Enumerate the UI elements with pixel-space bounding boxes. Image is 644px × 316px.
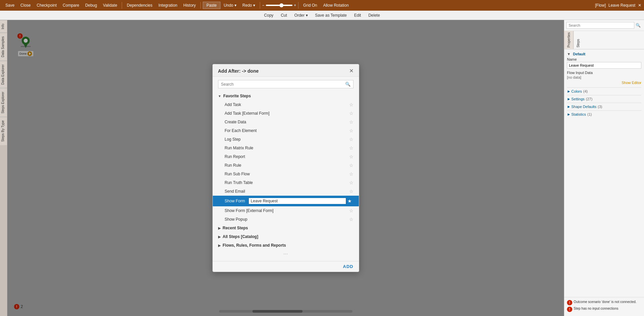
step-item-show-popup[interactable]: Show Popup ☆ <box>213 215 359 224</box>
step-item-label: Run Rule <box>225 163 347 168</box>
compare-button[interactable]: Compare <box>60 2 82 9</box>
step-item-label: Add Task [External Form] <box>225 111 347 116</box>
star-icon[interactable]: ☆ <box>349 145 354 151</box>
save-button[interactable]: Save <box>3 2 17 9</box>
all-steps-group-header[interactable]: ▶ All Steps [Catalog] <box>213 232 359 241</box>
step-item-run-matrix-rule[interactable]: Run Matrix Rule ☆ <box>213 144 359 152</box>
toolbar-close-x[interactable]: ✕ <box>638 3 641 8</box>
step-item-for-each[interactable]: For Each Element ☆ <box>213 126 359 135</box>
separator-2 <box>200 2 201 9</box>
tab-steps[interactable]: Steps <box>574 31 583 49</box>
save-as-template-button[interactable]: Save as Template <box>312 12 350 19</box>
zoom-minus-icon[interactable]: − <box>262 3 264 8</box>
more-indicator: ··· <box>213 250 359 258</box>
order-button[interactable]: Order ▾ <box>291 12 311 19</box>
star-filled-button[interactable]: ★ <box>346 197 354 205</box>
modal-close-button[interactable]: ✕ <box>349 68 354 74</box>
add-button[interactable]: ADD <box>343 264 353 269</box>
grid-on-button[interactable]: Grid On <box>300 2 320 9</box>
sidebar-item-data-explorer[interactable]: Data Explorer <box>0 61 7 88</box>
zoom-plus-icon[interactable]: + <box>294 3 296 8</box>
settings-label: Settings <box>571 97 585 101</box>
star-icon[interactable]: ☆ <box>349 180 354 185</box>
copy-button[interactable]: Copy <box>261 12 277 19</box>
zoom-slider[interactable] <box>266 5 292 6</box>
show-form-input[interactable] <box>248 198 346 204</box>
right-search-button[interactable]: 🔍 <box>634 22 642 28</box>
undo-button[interactable]: Undo ▾ <box>221 2 239 9</box>
validate-button[interactable]: Validate <box>100 2 120 9</box>
sidebar-item-steps-explorer[interactable]: Steps Explorer <box>0 88 7 117</box>
redo-button[interactable]: Redo ▾ <box>240 2 258 9</box>
sidebar-item-data-samples[interactable]: Data Samples <box>0 33 7 61</box>
star-icon[interactable]: ☆ <box>349 119 354 125</box>
paste-button[interactable]: Paste <box>203 2 220 9</box>
delete-button[interactable]: Delete <box>365 12 383 19</box>
star-icon[interactable]: ☆ <box>349 137 354 142</box>
shape-defaults-row[interactable]: ▶ Shape Defaults (3) <box>567 103 641 110</box>
step-item-send-email[interactable]: Send Email ☆ <box>213 187 359 196</box>
history-button[interactable]: History <box>181 2 198 9</box>
search-icon: 🔍 <box>345 82 351 87</box>
favorite-steps-arrow: ▼ <box>218 94 221 98</box>
statistics-row[interactable]: ▶ Statistics (1) <box>567 110 641 118</box>
star-icon[interactable]: ☆ <box>349 128 354 133</box>
zoom-control: − + <box>262 3 296 8</box>
favorite-steps-group-header[interactable]: ▼ Favorite Steps <box>213 92 359 100</box>
edit-button[interactable]: Edit <box>351 12 365 19</box>
checkpoint-button[interactable]: Checkpoint <box>34 2 59 9</box>
step-item-run-truth-table[interactable]: Run Truth Table ☆ <box>213 178 359 187</box>
modal-search-row: 🔍 <box>213 77 359 92</box>
step-item-run-report[interactable]: Run Report ☆ <box>213 152 359 161</box>
step-item-run-sub-flow[interactable]: Run Sub Flow ☆ <box>213 170 359 178</box>
separator-1 <box>122 2 122 9</box>
add-after-modal: Add After: -> done ✕ 🔍 ▼ Favorite Steps <box>212 64 359 272</box>
cut-button[interactable]: Cut <box>277 12 290 19</box>
debug-button[interactable]: Debug <box>82 2 99 9</box>
star-icon[interactable]: ☆ <box>349 163 354 168</box>
right-panel-search-row: 🔍 <box>564 20 644 31</box>
close-button[interactable]: Close <box>18 2 33 9</box>
step-item-create-data[interactable]: Create Data ☆ <box>213 118 359 126</box>
recent-steps-group-header[interactable]: ▶ Recent Steps <box>213 224 359 232</box>
right-search-input[interactable] <box>566 22 634 29</box>
star-icon[interactable]: ☆ <box>349 189 354 194</box>
show-editor-link[interactable]: Show Editor <box>567 81 641 85</box>
allow-rotation-button[interactable]: Allow Rotation <box>320 2 352 9</box>
step-item-label: Send Email <box>225 189 347 194</box>
star-icon[interactable]: ☆ <box>349 111 354 116</box>
sidebar-item-steps-by-type[interactable]: Steps By Type <box>0 117 7 145</box>
star-icon[interactable]: ☆ <box>349 102 354 107</box>
flow-input-data-label: Flow Input Data <box>567 71 641 75</box>
step-item-show-form-external[interactable]: Show Form [External Form] ☆ <box>213 206 359 215</box>
integration-button[interactable]: Integration <box>156 2 180 9</box>
star-icon[interactable]: ☆ <box>349 217 354 222</box>
settings-row[interactable]: ▶ Settings (27) <box>567 95 641 103</box>
star-icon[interactable]: ☆ <box>349 171 354 177</box>
sub-toolbar: Copy Cut Order ▾ Save as Template Edit D… <box>0 11 644 20</box>
separator-3 <box>260 2 260 9</box>
star-icon[interactable]: ☆ <box>349 154 354 159</box>
name-input[interactable] <box>567 62 641 69</box>
step-item-label: Run Matrix Rule <box>225 146 347 150</box>
statistics-count: (1) <box>587 112 592 116</box>
modal-title: Add After: -> done <box>218 68 259 74</box>
sidebar-item-info[interactable]: Info <box>0 20 7 33</box>
right-panel-content: ▼ Default Name Flow Input Data [no data]… <box>564 49 644 297</box>
step-item-label: Run Sub Flow <box>225 172 347 176</box>
name-label: Name <box>567 57 641 61</box>
dependencies-button[interactable]: Dependencies <box>124 2 155 9</box>
flows-rules-group-header[interactable]: ▶ Flows, Rules, Forms and Reports <box>213 241 359 250</box>
modal-search-input[interactable] <box>221 82 345 87</box>
step-item-run-rule[interactable]: Run Rule ☆ <box>213 161 359 170</box>
step-item-add-task-external[interactable]: Add Task [External Form] ☆ <box>213 109 359 118</box>
error-1-text: Outcome scenario 'done' is not connected… <box>574 300 636 304</box>
step-item-add-task[interactable]: Add Task ☆ <box>213 100 359 109</box>
step-item-log-step[interactable]: Log Step ☆ <box>213 135 359 144</box>
tab-properties[interactable]: Properties <box>564 31 574 49</box>
modal-header: Add After: -> done ✕ <box>213 64 359 77</box>
colors-row[interactable]: ▶ Colors (4) <box>567 87 641 95</box>
step-item-show-form[interactable]: Show Form ★ <box>213 196 359 206</box>
properties-default-section: ▼ Default Name Flow Input Data [no data]… <box>567 52 641 85</box>
star-icon[interactable]: ☆ <box>349 208 354 213</box>
